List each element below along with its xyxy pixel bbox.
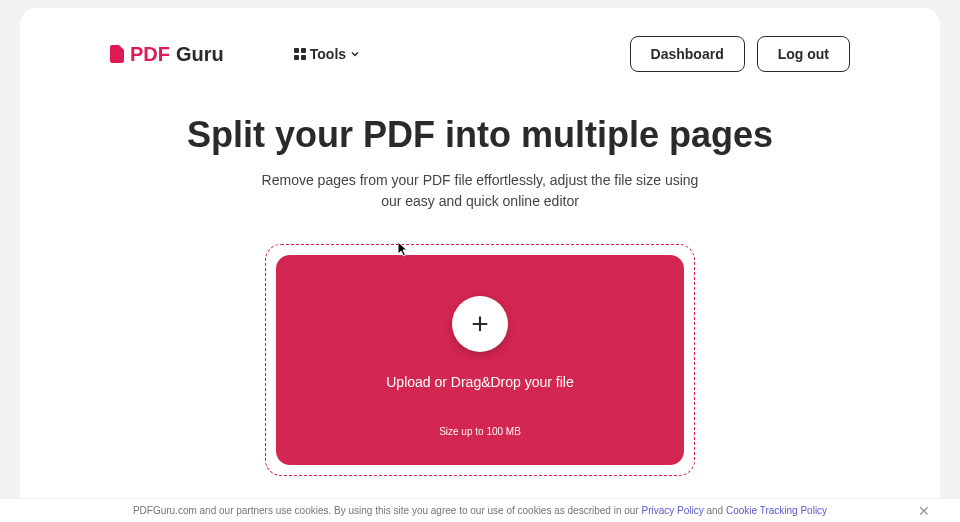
svg-rect-0: [294, 48, 299, 53]
page-title: Split your PDF into multiple pages: [20, 114, 940, 156]
header: PDF Guru Tools Dashboard Log out: [20, 8, 940, 72]
plus-icon: +: [471, 309, 489, 339]
svg-rect-1: [301, 48, 306, 53]
privacy-policy-link[interactable]: Privacy Policy: [641, 505, 703, 516]
header-left: PDF Guru Tools: [110, 43, 360, 66]
cookie-text: PDFGuru.com and our partners use cookies…: [133, 505, 827, 516]
upload-text: Upload or Drag&Drop your file: [386, 374, 574, 390]
subtitle-line2: our easy and quick online editor: [381, 193, 579, 209]
logo-pdf: PDF: [130, 43, 170, 66]
cookie-prefix: PDFGuru.com and our partners use cookies…: [133, 505, 642, 516]
cookie-bar: PDFGuru.com and our partners use cookies…: [0, 498, 960, 522]
main-card: PDF Guru Tools Dashboard Log out Split: [20, 8, 940, 518]
grid-icon: [294, 48, 306, 60]
upload-zone[interactable]: + Upload or Drag&Drop your file Size up …: [276, 255, 684, 465]
logout-button[interactable]: Log out: [757, 36, 850, 72]
plus-circle: +: [452, 296, 508, 352]
subtitle-line1: Remove pages from your PDF file effortle…: [262, 172, 699, 188]
logo-guru: Guru: [176, 43, 224, 66]
upload-size-text: Size up to 100 MB: [439, 426, 521, 437]
tools-button[interactable]: Tools: [294, 46, 360, 62]
tools-label: Tools: [310, 46, 346, 62]
header-right: Dashboard Log out: [630, 36, 850, 72]
logo[interactable]: PDF Guru: [110, 43, 224, 66]
file-icon: [110, 45, 124, 63]
svg-rect-3: [301, 55, 306, 60]
chevron-down-icon: [350, 49, 360, 59]
svg-rect-2: [294, 55, 299, 60]
close-icon[interactable]: ✕: [918, 503, 930, 519]
cookie-tracking-link[interactable]: Cookie Tracking Policy: [726, 505, 827, 516]
dashboard-button[interactable]: Dashboard: [630, 36, 745, 72]
cookie-and: and: [704, 505, 726, 516]
page-subtitle: Remove pages from your PDF file effortle…: [20, 170, 940, 212]
upload-container: + Upload or Drag&Drop your file Size up …: [265, 244, 695, 476]
